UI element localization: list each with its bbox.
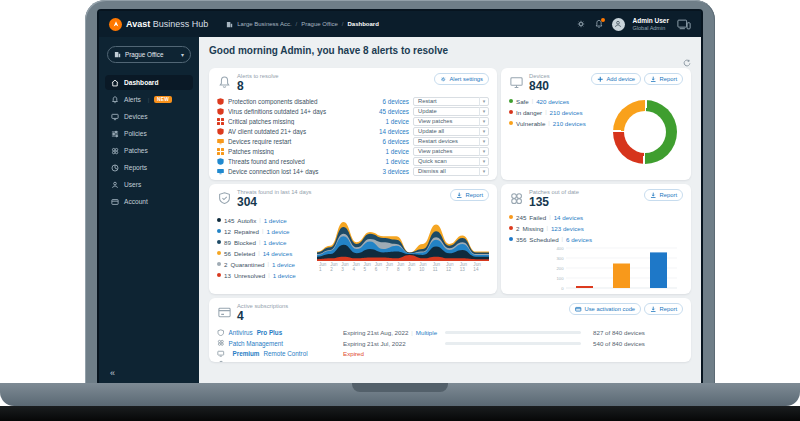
legend-item: Safe | 420 devices <box>509 96 586 106</box>
chart-icon <box>111 164 119 172</box>
devices-switcher-icon[interactable] <box>677 19 691 30</box>
subscriptions-card-header: Active subscriptions 4 Use activation co… <box>217 303 683 323</box>
usage-label: 827 of 840 devices <box>593 329 683 336</box>
legend-devices-link[interactable]: 14 devices <box>263 250 293 257</box>
divider: | <box>268 261 269 267</box>
chevron-down-icon: ▾ <box>479 137 488 146</box>
sidebar-item-devices[interactable]: Devices <box>105 109 193 124</box>
building-icon <box>226 21 233 28</box>
use-activation-code-button[interactable]: Use activation code <box>569 303 641 315</box>
status-text: Expiring 21st Jul, 2022 <box>343 340 406 347</box>
legend-devices-link[interactable]: 1 device <box>263 239 286 246</box>
alert-devices-link[interactable]: 14 devices <box>379 128 409 135</box>
top-bar: Avast Business Hub Large Business Acc. /… <box>99 11 701 37</box>
alert-devices-link[interactable]: 45 devices <box>379 108 409 115</box>
alert-devices-link[interactable]: 1 device <box>386 118 409 125</box>
status-text-expired: Expired <box>343 350 439 357</box>
alert-action-select[interactable]: Restart▾ <box>413 97 489 106</box>
sidebar-item-account[interactable]: Account <box>105 194 193 209</box>
alert-devices-link[interactable]: 1 device <box>386 158 409 165</box>
legend-item: 2 Quarantined | 1 device <box>217 259 313 269</box>
name-plain: Patch Management <box>229 340 284 347</box>
legend-dot <box>217 251 221 255</box>
multiple-link[interactable]: Multiple <box>416 329 437 336</box>
gear-icon[interactable] <box>576 19 586 29</box>
org-selector-label: Prague Office <box>125 51 163 58</box>
report-button[interactable]: Report <box>644 189 683 201</box>
alert-devices-link[interactable]: 6 devices <box>382 138 409 145</box>
subscription-name-link[interactable]: Patch Management <box>217 339 337 347</box>
legend-devices-link[interactable]: 420 devices <box>536 98 569 105</box>
alert-action-select[interactable]: Restart devices▾ <box>413 137 489 146</box>
alert-action-label: Quick scan <box>418 158 447 164</box>
alert-action-label: Restart <box>418 98 437 104</box>
legend-count: 12 <box>224 228 231 235</box>
divider: | <box>546 225 547 231</box>
refresh-icon[interactable] <box>683 59 691 67</box>
subscription-name-link[interactable]: Premium Remote Control <box>217 350 337 358</box>
sidebar-item-users[interactable]: Users <box>105 177 193 192</box>
alert-action-select[interactable]: Quick scan▾ <box>413 157 489 166</box>
alert-devices-link[interactable]: 6 devices <box>382 98 409 105</box>
alert-action-select[interactable]: Update▾ <box>413 107 489 116</box>
breadcrumb-current: Dashboard <box>348 21 379 27</box>
legend-devices-link[interactable]: 123 devices <box>551 225 584 232</box>
shield-icon <box>217 329 225 337</box>
legend-devices-link[interactable]: 1 device <box>264 217 287 224</box>
legend-label: Vulnerable <box>516 120 545 127</box>
add-device-button[interactable]: Add device <box>591 73 641 85</box>
subscription-list: Antivirus Pro Plus Expiring 21st Aug, 20… <box>217 327 683 362</box>
brand-logo[interactable]: Avast Business Hub <box>109 18 208 31</box>
threats-card-body: 145 Autofix | 1 device 12 Repaired <box>217 211 489 280</box>
alert-settings-label: Alert settings <box>449 76 483 82</box>
add-device-label: Add device <box>606 76 635 82</box>
sidebar-collapse-button[interactable]: « <box>110 369 115 378</box>
notifications-bell[interactable] <box>594 19 604 29</box>
sidebar-item-dashboard[interactable]: Dashboard <box>105 75 193 90</box>
sidebar-item-reports[interactable]: Reports <box>105 160 193 175</box>
monitor-alert-icon <box>217 138 224 145</box>
legend-label: Failed <box>529 214 546 221</box>
shield-alert-icon <box>217 108 224 115</box>
laptop-bottom-edge <box>0 406 800 421</box>
subscription-name-link[interactable]: Cloud Backup <box>217 360 337 362</box>
alert-action-select[interactable]: Update all▾ <box>413 127 489 136</box>
brand-name: Avast Business Hub <box>126 19 208 29</box>
legend-dot <box>509 121 513 125</box>
status-text: Expiring 21st Jul, 2022 <box>343 361 406 362</box>
legend-devices-link[interactable]: 1 device <box>273 272 296 279</box>
legend-devices-link[interactable]: 1 device <box>266 228 289 235</box>
report-button[interactable]: Report <box>644 303 683 315</box>
alert-settings-button[interactable]: Alert settings <box>434 73 489 85</box>
sidebar-item-label: Policies <box>124 130 147 137</box>
subscriptions-count: 4 <box>237 310 288 324</box>
report-button[interactable]: Report <box>450 189 489 201</box>
activation-code-icon <box>575 306 582 313</box>
threats-card-header: Threats found in last 14 days 304 Report <box>217 189 489 209</box>
alert-devices-link[interactable]: 1 device <box>386 148 409 155</box>
breadcrumb-site[interactable]: Prague Office <box>301 21 338 27</box>
sidebar-item-policies[interactable]: Policies <box>105 126 193 141</box>
sidebar-item-label: Devices <box>124 113 147 120</box>
alert-action-select[interactable]: View patches▾ <box>413 117 489 126</box>
alert-devices-link[interactable]: 3 devices <box>382 168 409 175</box>
org-selector[interactable]: Prague Office ▾ <box>107 46 191 63</box>
sidebar-item-label: Dashboard <box>124 79 158 86</box>
legend-devices-link[interactable]: 1 device <box>272 261 295 268</box>
legend-devices-link[interactable]: 14 devices <box>554 214 584 221</box>
legend-devices-link[interactable]: 210 devices <box>550 109 583 116</box>
report-button[interactable]: Report <box>644 73 683 85</box>
user-block[interactable]: Admin User Global Admin <box>633 17 669 31</box>
subscription-name-link[interactable]: Antivirus Pro Plus <box>217 329 337 337</box>
sidebar-item-patches[interactable]: Patches <box>105 143 193 158</box>
alert-action-select[interactable]: View patches▾ <box>413 147 489 156</box>
sidebar-item-alerts[interactable]: Alerts | NEW <box>105 92 193 107</box>
patches-card-header: Patches out of date 135 Report <box>509 189 683 209</box>
avatar[interactable] <box>612 18 625 31</box>
breadcrumb-company[interactable]: Large Business Acc. <box>237 21 291 27</box>
alert-action-select[interactable]: Dismiss all▾ <box>413 167 489 176</box>
sidebar-item-label: Users <box>124 181 141 188</box>
legend-devices-link[interactable]: 6 devices <box>566 236 592 243</box>
legend-devices-link[interactable]: 210 devices <box>553 120 586 127</box>
legend-item: 13 Unresolved | 1 device <box>217 270 313 280</box>
